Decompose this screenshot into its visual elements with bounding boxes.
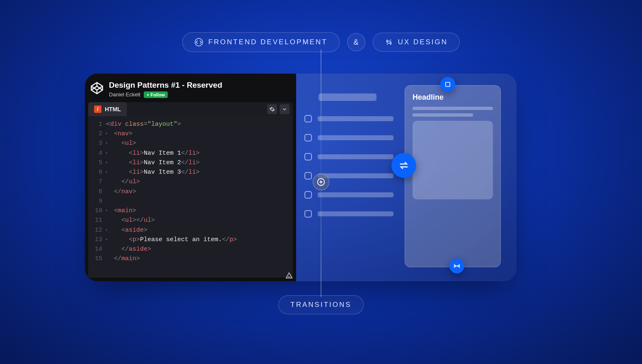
code-line[interactable]: 4▾ <li>Nav Item 1</li> bbox=[88, 148, 293, 158]
gear-icon bbox=[269, 106, 275, 112]
code-line[interactable]: 14 </aside> bbox=[88, 244, 293, 254]
swap-handle[interactable] bbox=[391, 153, 416, 178]
code-line[interactable]: 6▾ <li>Nav Item 3</li> bbox=[88, 168, 293, 177]
codepen-panel: Design Patterns #1 - Reserved Daniel Eck… bbox=[85, 74, 296, 281]
line-number: 10▾ bbox=[88, 206, 106, 216]
editor-tab-bar: HTML bbox=[88, 102, 293, 116]
code-line[interactable]: 11 <ul></ul> bbox=[88, 216, 293, 225]
width-icon bbox=[453, 262, 461, 270]
checkbox[interactable] bbox=[304, 153, 312, 160]
list-item-line bbox=[318, 211, 393, 216]
expand-button[interactable] bbox=[280, 104, 290, 114]
main-card: Design Patterns #1 - Reserved Daniel Eck… bbox=[85, 74, 516, 281]
fold-icon[interactable]: ▾ bbox=[105, 150, 108, 157]
code-line[interactable]: 15 </main> bbox=[88, 254, 293, 263]
fold-icon[interactable]: ▾ bbox=[105, 131, 108, 137]
list-item[interactable] bbox=[304, 134, 393, 141]
compare-icon bbox=[385, 38, 393, 46]
svg-text:0x: 0x bbox=[288, 275, 290, 278]
detail-text-line bbox=[413, 113, 473, 117]
fold-icon[interactable]: ▾ bbox=[105, 169, 108, 176]
plus-icon: + bbox=[147, 92, 149, 97]
code-line[interactable]: 5▾ <li>Nav Item 2</li> bbox=[88, 158, 293, 168]
code-content: <aside> bbox=[106, 225, 147, 235]
pen-title: Design Patterns #1 - Reserved bbox=[109, 81, 222, 90]
svg-point-2 bbox=[390, 43, 391, 44]
code-content: </main> bbox=[106, 254, 140, 263]
checkbox[interactable] bbox=[304, 172, 312, 180]
detail-headline: Headline bbox=[413, 93, 493, 102]
checkbox[interactable] bbox=[304, 134, 312, 141]
html-badge-icon bbox=[94, 105, 101, 113]
list-item-line bbox=[318, 173, 393, 178]
detail-card[interactable]: Headline bbox=[405, 85, 501, 267]
tab-html[interactable]: HTML bbox=[88, 102, 127, 116]
fold-icon[interactable]: ▾ bbox=[105, 160, 108, 166]
codepen-header: Design Patterns #1 - Reserved Daniel Eck… bbox=[85, 74, 296, 102]
list-item[interactable] bbox=[304, 115, 393, 122]
mock-list bbox=[304, 93, 393, 229]
line-number: 8 bbox=[88, 187, 106, 196]
code-line[interactable]: 1▾<div class="layout"> bbox=[88, 120, 293, 129]
ux-pill-label: UX DESIGN bbox=[398, 38, 448, 46]
checkbox[interactable] bbox=[304, 210, 312, 218]
transitions-pill-label: TRANSITIONS bbox=[290, 301, 351, 309]
code-content: <ul></ul> bbox=[106, 216, 155, 225]
width-handle[interactable] bbox=[449, 259, 464, 273]
code-line[interactable]: 10▾ <main> bbox=[88, 206, 293, 216]
frontend-pill: FRONTEND DEVELOPMENT bbox=[182, 32, 340, 52]
list-item-line bbox=[318, 116, 393, 121]
code-line[interactable]: 3▾ <ul> bbox=[88, 139, 293, 148]
settings-button[interactable] bbox=[267, 104, 277, 114]
line-number: 13▾ bbox=[88, 235, 106, 244]
code-content: </ul> bbox=[106, 177, 140, 187]
detail-image-placeholder bbox=[413, 121, 493, 199]
line-number: 6▾ bbox=[88, 168, 106, 177]
list-item[interactable] bbox=[304, 210, 393, 218]
code-line[interactable]: 7 </ul> bbox=[88, 177, 293, 187]
code-icon bbox=[194, 38, 203, 47]
line-number: 7 bbox=[88, 177, 106, 187]
fold-icon[interactable]: ▾ bbox=[105, 237, 108, 243]
ux-pill: UX DESIGN bbox=[373, 33, 460, 52]
add-section-button[interactable] bbox=[313, 174, 329, 190]
svg-rect-4 bbox=[446, 82, 450, 87]
line-number: 11 bbox=[88, 216, 106, 225]
resize-handle-top[interactable] bbox=[440, 77, 455, 92]
codepen-flag-icon: 0x bbox=[285, 271, 294, 280]
svg-point-1 bbox=[386, 41, 388, 42]
checkbox[interactable] bbox=[304, 115, 312, 122]
bottom-pill-row: TRANSITIONS bbox=[0, 295, 642, 314]
fold-icon[interactable]: ▾ bbox=[105, 140, 108, 147]
line-number: 14 bbox=[88, 244, 106, 254]
vertical-connector bbox=[321, 50, 321, 297]
code-line[interactable]: 12▾ <aside> bbox=[88, 225, 293, 235]
code-content: <nav> bbox=[106, 129, 133, 139]
frontend-pill-label: FRONTEND DEVELOPMENT bbox=[208, 38, 328, 46]
code-line[interactable]: 9 bbox=[88, 196, 293, 206]
list-item[interactable] bbox=[304, 191, 393, 199]
list-item[interactable] bbox=[304, 153, 393, 160]
code-content: </nav> bbox=[106, 187, 136, 196]
code-editor[interactable]: 1▾<div class="layout">2▾ <nav>3▾ <ul>4▾ … bbox=[88, 116, 293, 278]
code-line[interactable]: 13▾ <p>Please select an item.</p> bbox=[88, 235, 293, 244]
line-number: 12▾ bbox=[88, 225, 106, 235]
line-number: 3▾ bbox=[88, 139, 106, 148]
fold-icon[interactable]: ▾ bbox=[105, 121, 108, 128]
follow-button[interactable]: + Follow bbox=[144, 91, 168, 98]
fold-icon[interactable]: ▾ bbox=[105, 227, 108, 234]
pen-author[interactable]: Daniel Eckelt bbox=[109, 91, 140, 98]
code-content: </aside> bbox=[106, 244, 151, 254]
code-line[interactable]: 2▾ <nav> bbox=[88, 129, 293, 139]
code-content: <li>Nav Item 1</li> bbox=[106, 148, 200, 158]
code-line[interactable]: 8 </nav> bbox=[88, 187, 293, 196]
line-number: 9 bbox=[88, 196, 106, 206]
code-content: <li>Nav Item 3</li> bbox=[106, 168, 200, 177]
code-content: <p>Please select an item.</p> bbox=[106, 235, 237, 244]
detail-text-line bbox=[413, 107, 493, 110]
checkbox[interactable] bbox=[304, 191, 312, 199]
fold-icon[interactable]: ▾ bbox=[105, 208, 108, 214]
transitions-pill: TRANSITIONS bbox=[278, 295, 363, 314]
line-number: 5▾ bbox=[88, 158, 106, 168]
line-number: 1▾ bbox=[88, 120, 106, 129]
